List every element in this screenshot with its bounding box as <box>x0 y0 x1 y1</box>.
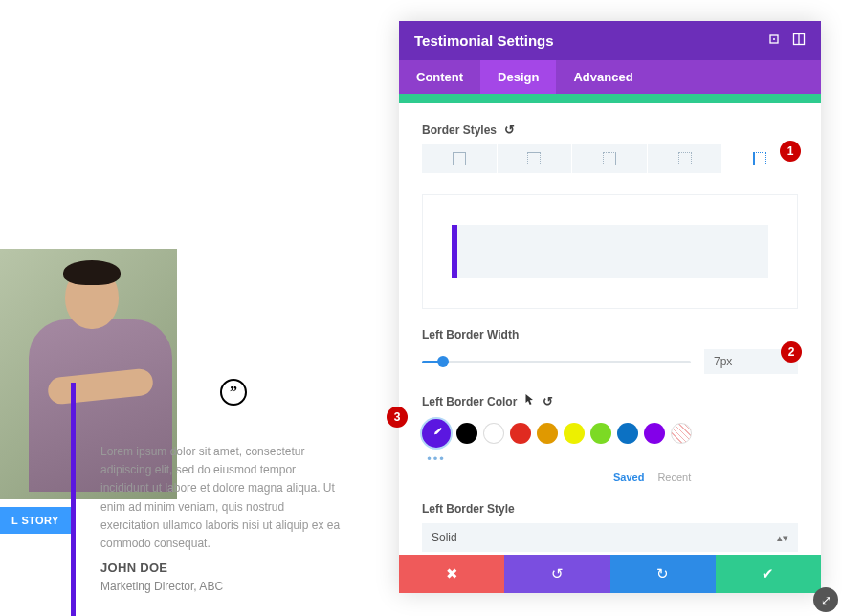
testimonial-preview: L STORY ” Lorem ipsum dolor sit amet, co… <box>0 0 354 616</box>
reset-icon[interactable]: ↺ <box>504 122 515 137</box>
swatch-green[interactable] <box>590 423 611 444</box>
swatch-white[interactable] <box>483 423 504 444</box>
svg-point-1 <box>773 38 775 40</box>
full-story-button[interactable]: L STORY <box>0 507 71 534</box>
swatch-blue[interactable] <box>617 423 638 444</box>
undo-button[interactable]: ↺ <box>504 555 609 593</box>
chevron-updown-icon: ▴▾ <box>777 532 788 544</box>
border-style-all[interactable] <box>422 144 498 173</box>
callout-1: 1 <box>780 141 801 162</box>
left-border-width-slider[interactable] <box>422 353 691 370</box>
left-border-width-label: Left Border Width <box>422 328 798 341</box>
tab-design[interactable]: Design <box>480 60 556 94</box>
testimonial-body: Lorem ipsum dolor sit amet, consectetur … <box>100 443 344 553</box>
panel-header[interactable]: Testimonial Settings <box>399 21 821 60</box>
left-border-style-select[interactable]: Solid ▴▾ <box>422 523 798 552</box>
swatch-black[interactable] <box>456 423 477 444</box>
reset-icon[interactable]: ↺ <box>543 394 553 408</box>
tab-content[interactable]: Content <box>399 60 480 94</box>
swatch-purple[interactable] <box>644 423 665 444</box>
panel-title: Testimonial Settings <box>414 33 554 49</box>
swatch-yellow[interactable] <box>564 423 585 444</box>
tab-advanced[interactable]: Advanced <box>556 60 650 94</box>
redo-button[interactable]: ↻ <box>610 555 716 593</box>
recent-colors-tab[interactable]: Recent <box>657 472 691 483</box>
callout-3: 3 <box>387 407 408 428</box>
saved-colors-tab[interactable]: Saved <box>613 472 644 483</box>
quote-icon: ” <box>220 379 247 406</box>
swatch-red[interactable] <box>510 423 531 444</box>
color-swatches <box>422 419 798 448</box>
swatch-picked[interactable] <box>422 419 451 448</box>
cancel-button[interactable]: ✖ <box>399 555 504 593</box>
more-colors-icon[interactable]: ••• <box>422 451 451 466</box>
panel-body: Border Styles ↺ Left Border Width 7px Le… <box>399 94 821 555</box>
left-border-style-label: Left Border Style <box>422 502 798 516</box>
panel-tabs: Content Design Advanced <box>399 60 821 94</box>
save-button[interactable]: ✔ <box>716 555 821 593</box>
border-preview-inner <box>452 225 768 278</box>
border-preview-box <box>422 194 798 309</box>
expand-icon[interactable] <box>767 33 781 49</box>
eyedropper-icon <box>429 426 444 441</box>
cursor-icon <box>524 393 535 409</box>
settings-panel: Testimonial Settings Content Design Adva… <box>399 21 821 593</box>
border-style-right[interactable] <box>572 144 648 173</box>
border-style-picker <box>422 144 798 173</box>
slider-thumb[interactable] <box>437 356 449 367</box>
panel-footer: ✖ ↺ ↻ ✔ <box>399 555 821 593</box>
border-style-bottom[interactable] <box>648 144 723 173</box>
border-style-top[interactable] <box>498 144 573 173</box>
swatch-none[interactable] <box>671 423 692 444</box>
swatch-orange[interactable] <box>537 423 558 444</box>
callout-2: 2 <box>781 341 802 363</box>
layout-icon[interactable] <box>792 33 806 49</box>
border-styles-label: Border Styles ↺ <box>422 122 798 137</box>
left-border-preview <box>71 383 76 616</box>
left-border-color-label: Left Border Color ↺ <box>422 393 798 409</box>
accordion-border-open <box>399 94 821 103</box>
author-role: Marketing Director, ABC <box>100 580 223 593</box>
author-name: JOHN DOE <box>100 561 167 575</box>
